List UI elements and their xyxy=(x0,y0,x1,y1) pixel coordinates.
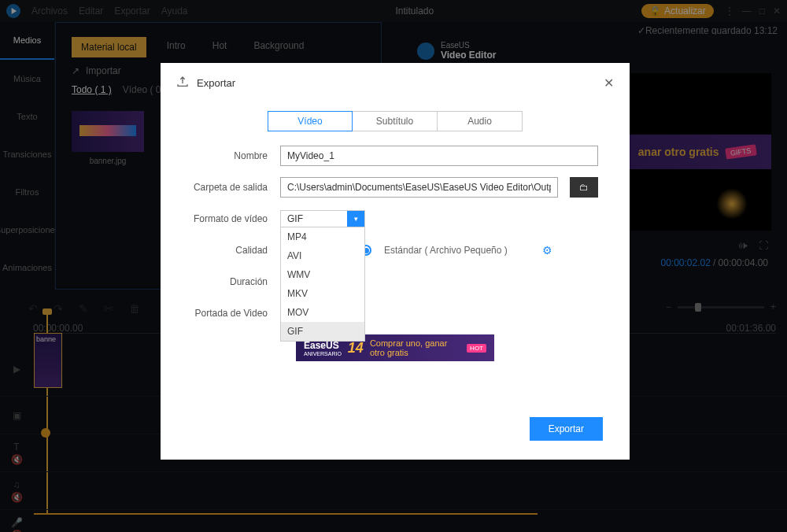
quality-standard-label: Estándar ( Archivo Pequeño ) xyxy=(384,245,508,256)
dialog-footer: Exportar xyxy=(161,403,630,460)
format-option-gif[interactable]: GIF xyxy=(281,322,364,341)
label-duration: Duración xyxy=(192,276,268,287)
format-dropdown[interactable]: GIF ▾ xyxy=(280,210,365,227)
promo-text: Comprar uno, ganar otro gratis xyxy=(370,338,460,357)
format-value: GIF xyxy=(281,211,347,227)
folder-input[interactable] xyxy=(280,177,558,198)
dialog-title: Exportar xyxy=(197,77,235,89)
name-input[interactable] xyxy=(280,146,598,166)
format-option-mkv[interactable]: MKV xyxy=(281,284,364,303)
folder-icon: 🗀 xyxy=(579,182,589,193)
tab-video[interactable]: Vídeo xyxy=(268,111,353,131)
format-dropdown-list: MP4 AVI WMV MKV MOV GIF xyxy=(280,227,365,342)
export-form: Nombre Carpeta de salida 🗀 Formato de ví… xyxy=(161,146,630,361)
promo-num: 14 xyxy=(348,340,364,357)
format-option-mov[interactable]: MOV xyxy=(281,303,364,322)
format-option-mp4[interactable]: MP4 xyxy=(281,227,364,246)
label-name: Nombre xyxy=(192,150,268,161)
dialog-header: Exportar ✕ xyxy=(161,63,630,103)
label-folder: Carpeta de salida xyxy=(192,182,268,193)
export-dialog: Exportar ✕ Vídeo Subtítulo Audio Nombre … xyxy=(161,63,630,460)
format-option-wmv[interactable]: WMV xyxy=(281,265,364,284)
close-icon[interactable]: ✕ xyxy=(604,76,614,91)
label-cover: Portada de Video xyxy=(192,308,268,319)
format-option-avi[interactable]: AVI xyxy=(281,246,364,265)
gear-icon[interactable]: ⚙ xyxy=(542,244,552,257)
chevron-down-icon: ▾ xyxy=(347,211,364,227)
export-icon xyxy=(176,76,189,91)
promo-tag: HOT xyxy=(467,344,486,353)
browse-folder-button[interactable]: 🗀 xyxy=(570,177,598,198)
export-button[interactable]: Exportar xyxy=(530,417,603,441)
tab-subtitle[interactable]: Subtítulo xyxy=(353,111,438,131)
label-format: Formato de vídeo xyxy=(192,213,268,224)
label-quality: Calidad xyxy=(192,245,268,256)
tab-audio[interactable]: Audio xyxy=(438,111,523,131)
export-type-tabs: Vídeo Subtítulo Audio xyxy=(161,103,630,146)
